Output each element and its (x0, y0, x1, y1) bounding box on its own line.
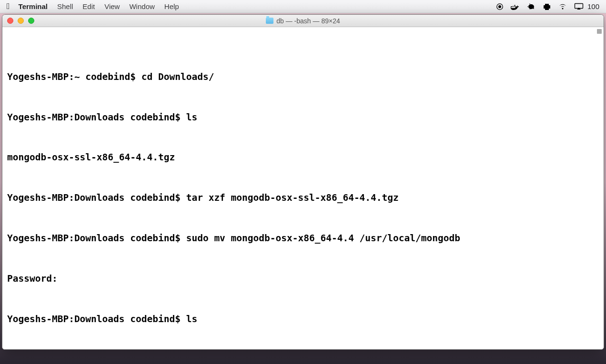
window-title-text: db — -bash — 89×24 (276, 17, 340, 25)
folder-icon (266, 18, 273, 24)
terminal-line: Yogeshs-MBP:~ codebind$ cd Downloads/ (7, 70, 599, 84)
apple-logo-icon[interactable]:  (7, 1, 10, 11)
terminal-line: Yogeshs-MBP:Downloads codebind$ sudo mv … (7, 232, 599, 245)
menu-window[interactable]: Window (129, 2, 154, 10)
terminal-line: Password: (7, 272, 599, 285)
airplay-icon[interactable] (574, 3, 584, 10)
menu-shell[interactable]: Shell (57, 2, 73, 10)
svg-point-1 (498, 5, 501, 8)
menu-app-name[interactable]: Terminal (19, 2, 48, 10)
terminal-line: Yogeshs-MBP:Downloads codebind$ ls (7, 111, 599, 124)
terminal-line: Yogeshs-MBP:Downloads codebind$ tar xzf … (7, 191, 599, 205)
window-titlebar[interactable]: db — -bash — 89×24 (2, 15, 604, 27)
maximize-button[interactable] (28, 18, 34, 24)
menu-edit[interactable]: Edit (82, 2, 95, 10)
scroll-indicator-icon[interactable] (597, 29, 602, 34)
terminal-line: Yogeshs-MBP:Downloads codebind$ ls (7, 313, 599, 326)
piggybank-icon[interactable] (526, 3, 536, 10)
record-icon[interactable] (496, 3, 504, 10)
menu-view[interactable]: View (104, 2, 120, 10)
terminal-content[interactable]: Yogeshs-MBP:~ codebind$ cd Downloads/ Yo… (2, 27, 604, 349)
terminal-window: db — -bash — 89×24 Yogeshs-MBP:~ codebin… (2, 14, 604, 350)
wifi-icon[interactable] (558, 3, 567, 10)
printer-icon[interactable] (543, 3, 551, 10)
window-title: db — -bash — 89×24 (2, 17, 604, 25)
menu-help[interactable]: Help (164, 2, 179, 10)
battery-percentage: 100 (587, 2, 599, 10)
macos-menubar:  Terminal Shell Edit View Window Help 1… (0, 0, 606, 13)
minimize-button[interactable] (18, 18, 24, 24)
close-button[interactable] (7, 18, 13, 24)
docker-icon[interactable] (510, 3, 520, 10)
terminal-line: mongodb-osx-ssl-x86_64-4.4.tgz (7, 151, 599, 164)
